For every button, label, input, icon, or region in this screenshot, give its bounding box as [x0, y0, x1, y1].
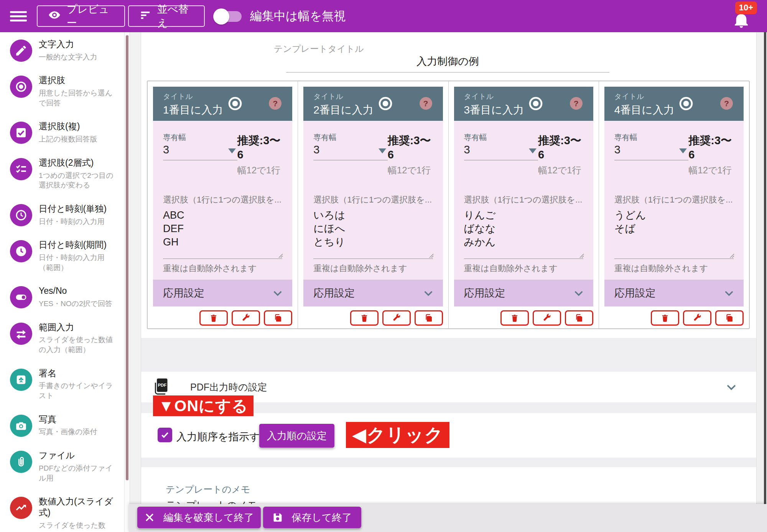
width-note: 幅12で1行 [538, 164, 583, 176]
copy-icon [574, 313, 584, 323]
sidebar-item-datetime-single[interactable]: 日付と時刻(単独) 日付・時刻の入力用 [0, 197, 124, 233]
advanced-settings-toggle[interactable]: 応用設定 [303, 280, 443, 306]
advanced-settings-toggle[interactable]: 応用設定 [153, 280, 292, 306]
dropdown-arrow-icon [379, 148, 386, 153]
dropdown-arrow-icon [529, 148, 537, 153]
fields-container: タイトル 1番目に入力 ? 専有幅 3 推奨:3〜6 幅12で1 [147, 81, 750, 329]
delete-field-button[interactable] [199, 310, 228, 326]
discard-button[interactable]: 編集を破棄して終了 [137, 507, 261, 528]
field-card-1: タイトル 1番目に入力 ? 専有幅 3 推奨:3〜6 幅12で1 [148, 81, 298, 328]
wrench-icon [392, 313, 401, 323]
field-card-body: 専有幅 3 推奨:3〜6 幅12で1行 選択肢（1行に1つの選択肢を... AB… [153, 121, 292, 280]
resize-grip-icon[interactable] [579, 254, 584, 258]
sidebar-item-photo[interactable]: 写真 写真・画像の添付 [0, 407, 124, 443]
toggle-icon [10, 286, 32, 308]
sidebar-scrollbar[interactable] [124, 32, 130, 532]
settings-field-button[interactable] [382, 310, 411, 326]
choices-textarea[interactable]: うどん そば [614, 209, 734, 236]
field-type-sidebar: 文字入力 一般的な文字入力 選択肢 用意した回答から選んで回答 選択肢(複) 上… [0, 32, 124, 532]
resize-grip-icon[interactable] [429, 254, 434, 258]
copy-icon [424, 313, 433, 323]
dedup-note: 重複は自動除外されます [614, 263, 708, 274]
advanced-settings-toggle[interactable]: 応用設定 [454, 280, 593, 306]
checklist-icon [10, 158, 32, 180]
help-icon[interactable]: ? [570, 97, 583, 110]
sidebar-item-file[interactable]: ファイル PDFなどの添付ファイル用 [0, 443, 124, 489]
width-note: 幅12で1行 [237, 164, 283, 176]
chevron-down-icon [573, 287, 585, 299]
recommend-label: 推奨:3〜6 [237, 133, 283, 161]
template-title-input[interactable]: 入力制御の例 [286, 54, 609, 68]
wrench-icon [542, 313, 551, 323]
width-select[interactable]: 専有幅 3 [313, 132, 388, 176]
settings-field-button[interactable] [533, 310, 561, 326]
help-icon[interactable]: ? [420, 97, 432, 110]
sort-button[interactable]: 並べ替え [128, 5, 205, 27]
field-card-3: タイトル 3番目に入力 ? 専有幅 3 推奨:3〜6 幅12で1 [449, 81, 599, 328]
recommend-label: 推奨:3〜6 [688, 133, 734, 161]
settings-field-button[interactable] [232, 310, 260, 326]
sidebar-item-datetime-range[interactable]: 日付と時刻(期間) 日付・時刻の入力用（範囲） [0, 233, 124, 279]
input-order-checkbox[interactable] [158, 428, 172, 442]
svg-text:PDF: PDF [158, 383, 166, 387]
menu-icon[interactable] [10, 9, 27, 24]
main-scrollbar[interactable] [756, 32, 767, 532]
sidebar-item-numeric-slider[interactable]: 数値入力(スライダ式) スライダを使った数 [0, 489, 124, 532]
sidebar-item-range-input[interactable]: 範囲入力 スライダを使った数値の入力（範囲） [0, 315, 124, 361]
field-card-header: タイトル 2番目に入力 ? [303, 87, 443, 121]
delete-field-button[interactable] [500, 310, 529, 326]
textarea-underline [163, 259, 282, 259]
width-select[interactable]: 専有幅 3 [464, 132, 538, 176]
resize-grip-icon[interactable] [278, 254, 283, 258]
advanced-settings-toggle[interactable]: 応用設定 [604, 280, 744, 306]
textarea-underline [464, 259, 583, 259]
delete-field-button[interactable] [651, 310, 679, 326]
sidebar-item-signature[interactable]: 署名 手書きのサインやイラスト [0, 361, 124, 407]
content-gutter [130, 32, 141, 532]
settings-field-button[interactable] [683, 310, 711, 326]
choices-label: 選択肢（1行に1つの選択肢を... [614, 194, 734, 206]
chevron-down-icon [272, 287, 284, 299]
preview-button[interactable]: プレビュー [37, 5, 125, 27]
width-select[interactable]: 専有幅 3 [163, 132, 237, 176]
sidebar-item-text-input[interactable]: 文字入力 一般的な文字入力 [0, 32, 124, 68]
choices-textarea[interactable]: いろは にほへ とちり [313, 209, 433, 249]
help-icon[interactable]: ? [720, 97, 733, 110]
copy-field-button[interactable] [264, 310, 292, 326]
wrench-icon [693, 313, 702, 323]
choices-textarea[interactable]: りんご ばなな みかん [464, 209, 583, 249]
input-order-settings-button[interactable]: 入力順の設定 [259, 424, 334, 448]
recommend-label: 推奨:3〜6 [538, 133, 583, 161]
width-select[interactable]: 専有幅 3 [614, 132, 689, 176]
clock-filled-icon [10, 240, 32, 262]
choices-textarea[interactable]: ABC DEF GH [163, 209, 282, 249]
delete-field-button[interactable] [350, 310, 379, 326]
copy-field-button[interactable] [715, 310, 744, 326]
copy-icon [273, 313, 283, 323]
trash-icon [510, 313, 519, 323]
pdf-settings-label: PDF出力時の設定 [190, 381, 267, 394]
sidebar-item-choice[interactable]: 選択肢 用意した回答から選んで回答 [0, 68, 124, 114]
camera-icon [10, 415, 32, 437]
checkbox-icon [10, 122, 32, 144]
field-card-body: 専有幅 3 推奨:3〜6 幅12で1行 選択肢（1行に1つの選択肢を... いろ… [303, 121, 443, 280]
copy-field-button[interactable] [415, 310, 443, 326]
resize-grip-icon[interactable] [730, 254, 734, 258]
sidebar-item-yes-no[interactable]: Yes/No YES・NOの2択で回答 [0, 279, 124, 315]
width-note: 幅12で1行 [688, 164, 734, 176]
toggle-label: 編集中は幅を無視 [250, 8, 346, 24]
ignore-width-toggle[interactable] [213, 5, 243, 27]
copy-field-button[interactable] [565, 310, 593, 326]
trash-icon [660, 313, 670, 323]
notifications-button[interactable]: 10+ [732, 12, 750, 31]
clock-outline-icon [10, 204, 32, 226]
chevron-down-icon[interactable] [725, 380, 738, 394]
sidebar-item-multi-choice[interactable]: 選択肢(複) 上記の複数回答版 [0, 114, 124, 150]
wrench-icon [241, 313, 250, 323]
sidebar-item-two-level-choice[interactable]: 選択肢(2層式) 1つめの選択で2つ目の選択肢が変わる [0, 151, 124, 197]
save-button[interactable]: 保存して終了 [263, 507, 361, 528]
width-note: 幅12で1行 [388, 164, 433, 176]
recommend-label: 推奨:3〜6 [388, 133, 433, 161]
choices-label: 選択肢（1行に1つの選択肢を... [163, 194, 282, 206]
trending-up-icon [10, 497, 32, 519]
